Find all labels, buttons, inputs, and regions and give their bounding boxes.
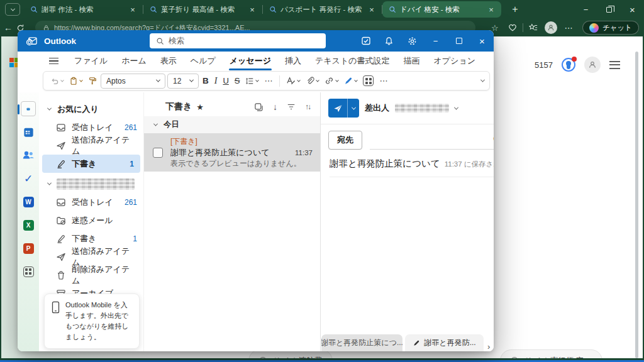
select-messages-icon[interactable] [254, 102, 264, 112]
profile-icon[interactable] [584, 57, 601, 73]
favorites-header[interactable]: お気に入り [39, 100, 143, 118]
text-effects-button[interactable] [284, 74, 302, 89]
new-tab-button[interactable]: + [508, 4, 523, 15]
tab-title: ドバイ 格安 - 検索 [400, 5, 482, 14]
attach-file-button[interactable] [304, 74, 321, 89]
compose-body[interactable] [321, 177, 494, 303]
tab-close-icon[interactable]: × [128, 4, 138, 14]
font-size-select[interactable]: 12 [167, 74, 199, 89]
window-restore-button[interactable] [597, 0, 621, 19]
notifications-bell-icon[interactable] [377, 30, 401, 52]
sidebar-item-junk[interactable]: 迷惑メール [39, 211, 143, 229]
sort-icon[interactable]: ↑↓ [305, 102, 311, 111]
recipients-input[interactable]: Cc BCC [370, 131, 494, 150]
insert-link-button[interactable] [323, 74, 340, 89]
tab-view[interactable]: 表示 [153, 52, 184, 70]
browser-more-icon[interactable]: ⋯ [560, 23, 577, 33]
sidebar-item-sent-fav[interactable]: 送信済みアイテム [39, 136, 143, 155]
collapse-toolbar-icon[interactable] [480, 78, 485, 82]
line-spacing-button[interactable] [243, 74, 260, 89]
toolbar-overflow-icon[interactable]: ⋯ [377, 74, 390, 89]
browser-essentials-icon[interactable] [504, 23, 521, 32]
outlook-close-button[interactable]: × [470, 30, 494, 52]
folder-label: 迷惑メール [72, 215, 113, 226]
strikethrough-button[interactable]: S [233, 74, 242, 89]
tab-close-icon[interactable]: × [247, 4, 257, 14]
rewards-medal-icon[interactable] [562, 58, 575, 72]
from-dropdown-icon[interactable] [454, 105, 458, 109]
font-name-select[interactable]: Aptos [101, 74, 165, 89]
browser-tab-1[interactable]: 謝罪 作法 - 検索 × [24, 0, 143, 19]
underline-button[interactable]: U [221, 74, 230, 89]
rail-word-icon[interactable]: W [21, 194, 36, 209]
paste-button[interactable] [67, 74, 84, 89]
signature-button[interactable] [342, 74, 359, 89]
rail-powerpoint-icon[interactable]: P [21, 241, 36, 256]
outlook-mobile-promo-card[interactable]: Outlook Mobile を入手します。外出先でもつながりを維持しましょう。 [44, 293, 140, 349]
filter-icon[interactable] [287, 102, 296, 111]
window-close-button[interactable]: × [621, 0, 644, 19]
tab-options[interactable]: オプション [427, 52, 483, 70]
ribbon-menu-icon[interactable] [49, 58, 58, 65]
settings-gear-icon[interactable] [401, 30, 424, 52]
page-menu-icon[interactable] [609, 61, 620, 69]
browser-profile-avatar[interactable] [542, 21, 560, 34]
bold-button[interactable]: B [201, 74, 211, 89]
my-day-icon[interactable] [354, 30, 377, 52]
subject-row[interactable]: 謝罪と再発防止策について 11:37 に保存された下書き [330, 158, 494, 177]
account-header[interactable] [39, 175, 143, 193]
tab-close-icon[interactable]: × [367, 4, 377, 14]
tab-help[interactable]: ヘルプ [184, 52, 223, 70]
favorites-bar-icon[interactable] [525, 23, 542, 32]
format-painter-icon[interactable] [86, 74, 99, 89]
message-time: 11:37 [290, 149, 313, 156]
rail-mail-icon[interactable] [21, 101, 36, 116]
newest-first-icon[interactable]: ↓ [273, 102, 277, 112]
browser-tab-2[interactable]: 菓子折り 最高値 - 検索 × [143, 0, 262, 19]
browser-tab-bar: 謝罪 作法 - 検索 × 菓子折り 最高値 - 検索 × パスポート 再発行 -… [0, 0, 644, 19]
italic-button[interactable]: I [213, 74, 219, 89]
send-options-chevron-icon[interactable] [347, 99, 359, 118]
undo-button[interactable] [48, 74, 65, 89]
browser-tab-4-active[interactable]: ドバイ 格安 - 検索 × [382, 1, 501, 18]
tab-draw[interactable]: 描画 [397, 52, 427, 70]
page-scrollbar[interactable] [635, 52, 638, 358]
group-label: 今日 [164, 119, 179, 130]
rail-calendar-icon[interactable] [21, 124, 36, 140]
sidebar-item-deleted[interactable]: 削除済みアイテム [39, 266, 143, 284]
window-minimize-button[interactable]: − [574, 0, 597, 19]
tab-home[interactable]: ホーム [114, 52, 153, 70]
sidebar-item-inbox[interactable]: 受信トレイ 261 [39, 193, 143, 211]
back-button[interactable]: ← [0, 23, 16, 33]
cc-button[interactable]: Cc [493, 134, 494, 143]
tab-close-icon[interactable]: × [486, 4, 496, 14]
message-item-selected[interactable]: [下書き] 謝罪と再発防止策について 11:37 表示できるプレビューはありませ… [144, 133, 320, 172]
to-button[interactable]: 宛先 [328, 131, 362, 150]
rail-more-apps-icon[interactable] [21, 264, 36, 279]
outlook-minimize-button[interactable]: − [424, 30, 447, 52]
outlook-maximize-button[interactable] [447, 30, 470, 52]
send-split-button[interactable] [328, 99, 359, 118]
message-checkbox[interactable] [153, 148, 163, 158]
tab-file[interactable]: ファイル [67, 52, 114, 70]
folder-label: 受信トレイ [72, 197, 113, 208]
rail-todo-icon[interactable]: ✓ [21, 171, 36, 186]
sidebar-item-drafts-fav-selected[interactable]: 下書き 1 [42, 155, 140, 173]
tab-message[interactable]: メッセージ [223, 52, 278, 70]
more-formatting-icon[interactable]: ⋯ [262, 74, 275, 89]
group-header-today[interactable]: 今日 [144, 116, 320, 133]
draft-tab-active[interactable]: 謝罪と再発防... [405, 334, 484, 351]
favorite-star-icon[interactable]: ★ [196, 102, 204, 112]
tab-format-text[interactable]: テキストの書式設定 [308, 52, 397, 70]
outlook-search-input[interactable]: 検索 [150, 33, 326, 48]
browser-tab-3[interactable]: パスポート 再発行 - 検索 × [263, 0, 382, 19]
tab-list-button[interactable] [5, 3, 20, 16]
send-plane-icon[interactable] [328, 99, 347, 118]
apps-button[interactable] [361, 74, 375, 89]
tab-insert[interactable]: 挿入 [278, 52, 308, 70]
draft-tabs-overflow-icon[interactable]: › [487, 342, 490, 351]
rail-excel-icon[interactable]: X [21, 217, 36, 233]
draft-tab-minimized[interactable]: 謝罪と再発防止策につ... [321, 334, 402, 351]
rail-people-icon[interactable] [21, 148, 36, 163]
copilot-chat-button[interactable]: チャット [582, 21, 639, 35]
